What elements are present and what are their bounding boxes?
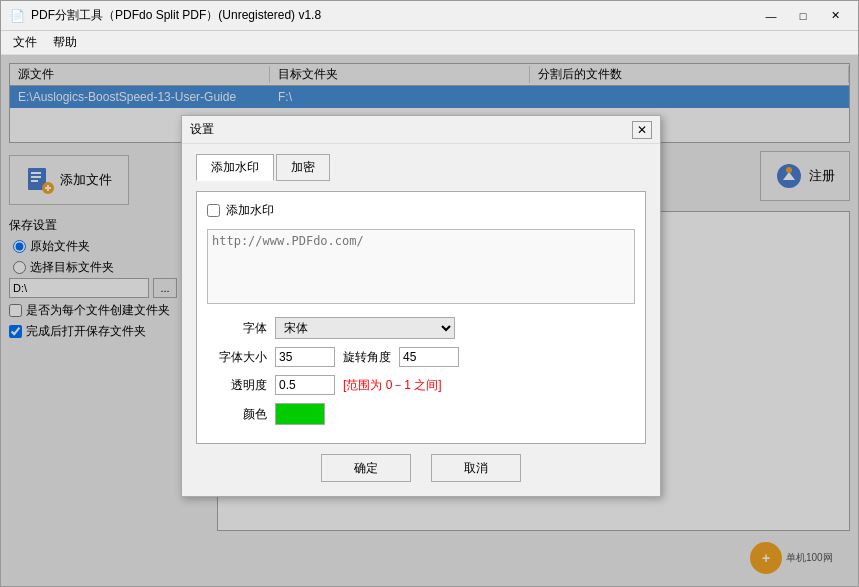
- modal-overlay: 设置 ✕ 添加水印 加密: [1, 55, 858, 586]
- font-size-label: 字体大小: [207, 349, 267, 366]
- settings-dialog: 设置 ✕ 添加水印 加密: [181, 115, 661, 497]
- dialog-ok-button[interactable]: 确定: [321, 454, 411, 482]
- tab-encrypt[interactable]: 加密: [276, 154, 330, 181]
- range-note: [范围为 0－1 之间]: [343, 377, 442, 394]
- window-controls: — □ ✕: [756, 6, 850, 26]
- transparency-input[interactable]: [275, 375, 335, 395]
- main-window: 📄 PDF分割工具（PDFdo Split PDF）(Unregistered)…: [0, 0, 859, 587]
- main-content: 源文件 目标文件夹 分割后的文件数 E:\Auslogics-BoostSpee…: [1, 55, 858, 586]
- watermark-checkbox-row: 添加水印: [207, 202, 635, 219]
- font-select[interactable]: 宋体: [275, 317, 455, 339]
- color-label: 颜色: [207, 406, 267, 423]
- menu-help[interactable]: 帮助: [45, 32, 85, 53]
- watermark-panel: 添加水印 字体 宋体 字体大小: [196, 191, 646, 444]
- tab-watermark[interactable]: 添加水印: [196, 154, 274, 181]
- dialog-cancel-button[interactable]: 取消: [431, 454, 521, 482]
- dialog-buttons: 确定 取消: [196, 444, 646, 486]
- watermark-label[interactable]: 添加水印: [226, 202, 274, 219]
- menu-file[interactable]: 文件: [5, 32, 45, 53]
- rotation-input[interactable]: [399, 347, 459, 367]
- dialog-tabs: 添加水印 加密: [196, 154, 646, 181]
- font-row: 字体 宋体: [207, 317, 635, 339]
- transparency-row: 透明度 [范围为 0－1 之间]: [207, 375, 635, 395]
- dialog-title: 设置: [190, 121, 632, 138]
- color-row: 颜色: [207, 403, 635, 425]
- watermark-text-area[interactable]: [207, 229, 635, 304]
- dialog-titlebar: 设置 ✕: [182, 116, 660, 144]
- dialog-content: 添加水印 加密 添加水印: [182, 144, 660, 496]
- dialog-close-button[interactable]: ✕: [632, 121, 652, 139]
- close-button[interactable]: ✕: [820, 6, 850, 26]
- app-icon: 📄: [9, 8, 25, 24]
- transparency-label: 透明度: [207, 377, 267, 394]
- font-size-input[interactable]: [275, 347, 335, 367]
- title-bar: 📄 PDF分割工具（PDFdo Split PDF）(Unregistered)…: [1, 1, 858, 31]
- font-label: 字体: [207, 320, 267, 337]
- window-title: PDF分割工具（PDFdo Split PDF）(Unregistered) v…: [31, 7, 756, 24]
- maximize-button[interactable]: □: [788, 6, 818, 26]
- font-size-row: 字体大小 旋转角度: [207, 347, 635, 367]
- menu-bar: 文件 帮助: [1, 31, 858, 55]
- color-swatch[interactable]: [275, 403, 325, 425]
- watermark-checkbox[interactable]: [207, 204, 220, 217]
- minimize-button[interactable]: —: [756, 6, 786, 26]
- rotation-label: 旋转角度: [343, 349, 391, 366]
